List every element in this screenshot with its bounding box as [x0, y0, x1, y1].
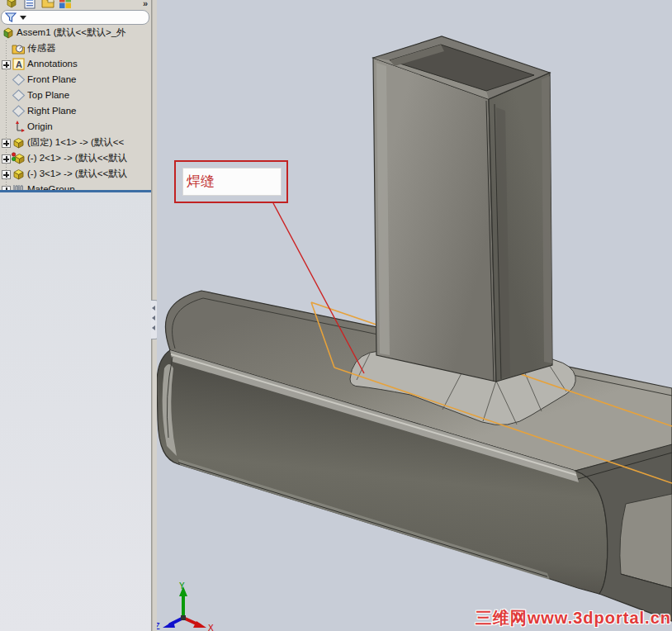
triad-y-label: Y: [179, 581, 185, 591]
collapse-arrow-icon: [152, 306, 155, 311]
orientation-triad: Y X Z: [157, 581, 214, 631]
addins-manager-icon[interactable]: [58, 0, 73, 10]
expand-toggle[interactable]: [2, 139, 11, 148]
tree-item[interactable]: (-) 2<1> -> (默认<<默认: [0, 150, 151, 166]
tree-item-label: Top Plane: [0, 90, 69, 100]
triad-x-label: X: [208, 623, 214, 631]
expand-toggle[interactable]: [2, 60, 11, 69]
watermark: 三维网www.3dportal.cn: [476, 607, 671, 629]
filter-bar[interactable]: [1, 10, 149, 25]
part-icon: [12, 135, 26, 149]
configuration-manager-icon[interactable]: [40, 0, 55, 10]
origin-icon: [12, 120, 26, 134]
plane-icon: [12, 104, 26, 118]
assembly-icon: [1, 26, 15, 40]
tree-item[interactable]: Origin: [0, 119, 151, 135]
collapse-arrow-icon: [152, 325, 155, 330]
weld-annotation-text[interactable]: 焊缝: [182, 168, 282, 196]
solidworks-window: » Assem1 (默认<<默认>_外传感器AAnnotationsFront …: [0, 0, 672, 631]
toolbar-overflow-button[interactable]: »: [143, 0, 148, 8]
tree-item[interactable]: AAnnotations: [0, 56, 151, 72]
tree-item-label: Origin: [0, 121, 53, 131]
tree-item-label: 传感器: [0, 43, 56, 53]
annotations-icon: A: [12, 57, 26, 71]
feature-tree: Assem1 (默认<<默认>_外传感器AAnnotationsFront Pl…: [0, 25, 151, 197]
collapse-arrow-icon: [152, 316, 155, 320]
model-3d-view[interactable]: Y X Z: [157, 0, 672, 631]
filter-dropdown-caret[interactable]: [20, 16, 26, 20]
panel-lower-pane: [0, 192, 151, 631]
part-alert-icon: [12, 151, 26, 165]
plane-icon: [12, 73, 26, 87]
tree-item[interactable]: 传感器: [0, 40, 151, 56]
property-manager-icon[interactable]: [22, 0, 37, 10]
feature-manager-panel: » Assem1 (默认<<默认>_外传感器AAnnotationsFront …: [0, 0, 152, 631]
expand-toggle[interactable]: [2, 170, 11, 179]
tree-item-label: Assem1 (默认<<默认>_外: [0, 27, 126, 37]
tree-item[interactable]: Assem1 (默认<<默认>_外: [0, 25, 151, 40]
weld-annotation[interactable]: 焊缝: [174, 160, 288, 203]
tree-item[interactable]: Right Plane: [0, 103, 151, 119]
graphics-viewport[interactable]: Y X Z 焊缝 三维网www.3dportal.cn: [157, 0, 672, 631]
tree-item[interactable]: (-) 3<1> -> (默认<<默认: [0, 166, 151, 182]
tree-item[interactable]: Front Plane: [0, 72, 151, 88]
panel-tab-toolbar: »: [0, 0, 151, 9]
plane-icon: [12, 88, 26, 102]
triad-z-label: Z: [157, 621, 160, 631]
tree-item[interactable]: Top Plane: [0, 88, 151, 103]
expand-toggle[interactable]: [2, 154, 11, 164]
filter-funnel-icon: [5, 12, 17, 23]
part-icon: [12, 167, 26, 181]
svg-text:A: A: [16, 59, 22, 69]
sensors-icon: [12, 41, 26, 55]
vertical-tube[interactable]: [373, 36, 552, 382]
tree-item[interactable]: (固定) 1<1> -> (默认<<: [0, 135, 151, 150]
feature-manager-icon[interactable]: [4, 0, 19, 10]
